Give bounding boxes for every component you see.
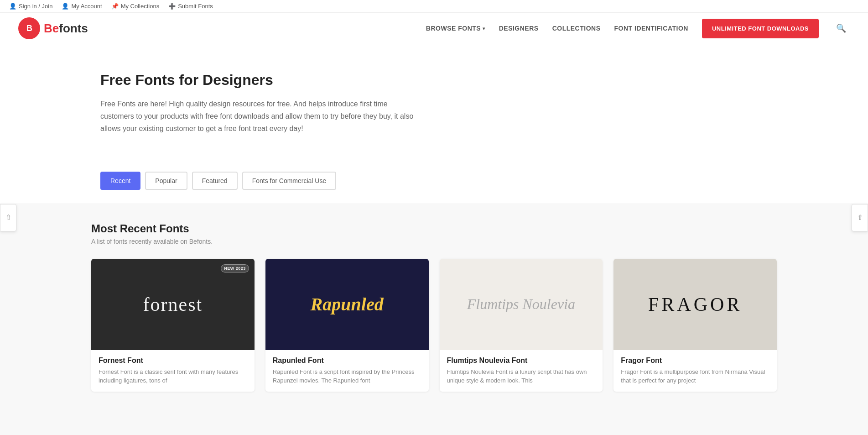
font-preview-fornest: fornest (143, 293, 203, 315)
section-subtitle: A list of fonts recently available on Be… (91, 238, 777, 245)
font-card-fragor[interactable]: FRAGOR Fragor Font Fragor Font is a mult… (613, 259, 777, 392)
font-name-fornest: Fornest Font (99, 356, 247, 365)
signin-label: Sign in / Join (19, 3, 52, 10)
font-card-image-flumtips: Flumtips Noulevia (440, 259, 603, 350)
font-card-body-fornest: Fornest Font Fornest Font is a classic s… (91, 350, 255, 392)
scroll-left-arrow[interactable]: ⇧ (0, 204, 16, 231)
nav-collections[interactable]: COLLECTIONS (552, 25, 601, 32)
filter-section: Recent Popular Featured Fonts for Commer… (0, 162, 868, 204)
font-name-flumtips: Flumtips Noulevia Font (447, 356, 596, 365)
tab-featured[interactable]: Featured (192, 172, 238, 190)
top-bar: 👤 Sign in / Join 👤 My Account 📌 My Colle… (0, 0, 868, 13)
site-header: B Befonts BROWSE FONTS ▾ DESIGNERS COLLE… (0, 13, 868, 44)
logo-text: Befonts (44, 21, 88, 36)
font-preview-fragor: FRAGOR (648, 293, 742, 315)
font-card-image-fragor: FRAGOR (613, 259, 777, 350)
collections-label: My Collections (121, 3, 160, 10)
tab-recent[interactable]: Recent (100, 172, 140, 190)
account-icon: 👤 (62, 3, 69, 10)
font-card-fornest[interactable]: fornest NEW 2023 Fornest Font Fornest Fo… (91, 259, 255, 392)
submit-icon: ➕ (168, 3, 176, 10)
main-content: Most Recent Fonts A list of fonts recent… (0, 204, 868, 410)
account-label: My Account (71, 3, 102, 10)
font-card-flumtips[interactable]: Flumtips Noulevia Flumtips Noulevia Font… (440, 259, 603, 392)
chevron-up-icon-right: ⇧ (857, 213, 863, 222)
font-card-body-flumtips: Flumtips Noulevia Font Flumtips Noulevia… (440, 350, 603, 392)
my-account-link[interactable]: 👤 My Account (62, 3, 102, 10)
submit-fonts-link[interactable]: ➕ Submit Fonts (168, 3, 213, 10)
font-desc-fornest: Fornest Font is a classic serif font wit… (99, 367, 247, 385)
hero-title: Free Fonts for Designers (100, 72, 768, 89)
font-card-image-fornest: fornest NEW 2023 (91, 259, 255, 350)
nav-cta-unlimited[interactable]: UNLIMITED FONT DOWNLOADS (702, 19, 819, 38)
search-icon: 🔍 (836, 24, 846, 33)
font-card-image-rapunled: Rapunled (265, 259, 429, 350)
font-card-body-fragor: Fragor Font Fragor Font is a multipurpos… (613, 350, 777, 392)
collections-icon: 📌 (111, 3, 119, 10)
main-nav: BROWSE FONTS ▾ DESIGNERS COLLECTIONS FON… (426, 19, 850, 38)
font-desc-fragor: Fragor Font is a multipurpose font from … (621, 367, 769, 385)
signin-link[interactable]: 👤 Sign in / Join (9, 3, 52, 10)
font-desc-flumtips: Flumtips Noulevia Font is a luxury scrip… (447, 367, 596, 385)
search-button[interactable]: 🔍 (832, 20, 850, 37)
submit-label: Submit Fonts (178, 3, 213, 10)
filter-tabs: Recent Popular Featured Fonts for Commer… (100, 172, 768, 190)
font-card-rapunled[interactable]: Rapunled Rapunled Font Rapunled Font is … (265, 259, 429, 392)
hero-section: Free Fonts for Designers Free Fonts are … (0, 44, 868, 162)
nav-browse-fonts[interactable]: BROWSE FONTS ▾ (426, 25, 485, 32)
scroll-right-arrow[interactable]: ⇧ (852, 204, 868, 231)
tab-popular[interactable]: Popular (145, 172, 187, 190)
font-badge-fornest: NEW 2023 (221, 264, 249, 273)
font-card-body-rapunled: Rapunled Font Rapunled Font is a script … (265, 350, 429, 392)
section-title: Most Recent Fonts (91, 222, 777, 235)
font-desc-rapunled: Rapunled Font is a script font inspired … (273, 367, 421, 385)
user-icon: 👤 (9, 3, 16, 10)
chevron-down-icon: ▾ (483, 26, 485, 31)
nav-font-identification[interactable]: FONT IDENTIFICATION (614, 25, 688, 32)
tab-commercial[interactable]: Fonts for Commercial Use (242, 172, 337, 190)
logo[interactable]: B Befonts (18, 17, 88, 39)
font-preview-rapunled: Rapunled (311, 293, 384, 315)
chevron-up-icon: ⇧ (5, 213, 11, 222)
hero-description: Free Fonts are here! High quality design… (100, 98, 420, 135)
font-grid: fornest NEW 2023 Fornest Font Fornest Fo… (91, 259, 777, 392)
font-preview-flumtips: Flumtips Noulevia (467, 296, 575, 313)
my-collections-link[interactable]: 📌 My Collections (111, 3, 160, 10)
font-name-fragor: Fragor Font (621, 356, 769, 365)
logo-icon: B (18, 17, 40, 39)
nav-designers[interactable]: DESIGNERS (499, 25, 539, 32)
font-name-rapunled: Rapunled Font (273, 356, 421, 365)
